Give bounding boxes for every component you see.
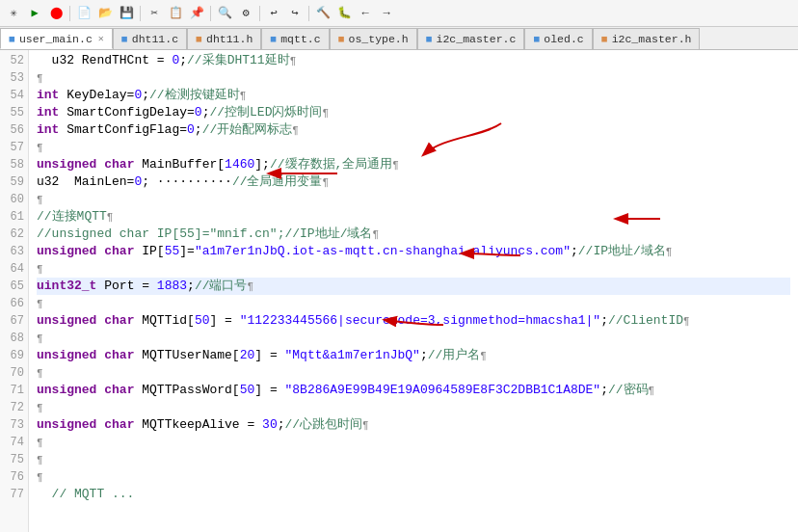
code-line-75: ¶: [37, 451, 790, 468]
code-line-56: int SmartConfigFlag=0;//开始配网标志¶: [37, 121, 790, 139]
toolbar-icon-search[interactable]: 🔍: [215, 4, 234, 23]
code-line-52: u32 RendTHCnt = 0;//采集DHT11延时¶: [37, 52, 790, 69]
tab-label: os_type.h: [349, 33, 409, 45]
toolbar-sep-3: [210, 6, 211, 21]
code-line-61: //连接MQTT¶: [37, 208, 790, 226]
toolbar-icon-copy[interactable]: 📋: [166, 4, 185, 23]
toolbar: ✳ ▶ ⬤ 📄 📂 💾 ✂ 📋 📌 🔍 ⚙ ↩ ↪ 🔨 🐛 ← →: [0, 0, 798, 27]
toolbar-icon-stop[interactable]: ⬤: [46, 4, 66, 23]
toolbar-icon-debug[interactable]: 🐛: [334, 4, 354, 23]
tab-label: i2c_master.h: [612, 33, 692, 45]
toolbar-icon-arrow-left[interactable]: ←: [356, 4, 375, 23]
tab-file-icon: ■: [338, 33, 345, 45]
code-line-70: ¶: [37, 364, 790, 382]
code-line-72: ¶: [37, 399, 790, 416]
code-line-57: ¶: [37, 139, 790, 156]
toolbar-sep-2: [140, 6, 141, 21]
code-line-63: unsigned char IP[55]="a1m7er1nJbQ.iot-as…: [37, 243, 790, 260]
toolbar-sep-5: [308, 6, 309, 21]
code-line-60: ¶: [37, 191, 790, 208]
tab-i2c-master-c[interactable]: ■ i2c_master.c: [417, 28, 525, 49]
tab-os-type-h[interactable]: ■ os_type.h: [330, 28, 417, 49]
tab-i2c-master-h[interactable]: ■ i2c_master.h: [593, 28, 701, 49]
code-line-69: unsigned char MQTTUserName[20] = "Mqtt&a…: [37, 347, 790, 364]
tab-oled-c[interactable]: ■ oled.c: [524, 28, 592, 49]
toolbar-icon-paste[interactable]: 📌: [187, 4, 206, 23]
code-line-68: ¶: [37, 330, 790, 347]
toolbar-icon-redo[interactable]: ↪: [285, 4, 305, 23]
tab-label: oled.c: [544, 33, 583, 45]
toolbar-icon-sun[interactable]: ✳: [4, 4, 23, 23]
tab-file-icon: ■: [426, 33, 433, 45]
tab-mqtt-c[interactable]: ■ mqtt.c: [261, 28, 329, 49]
toolbar-icon-build[interactable]: 🔨: [313, 4, 332, 23]
code-line-59: u32 MainLen=0; ··········//全局通用变量¶: [37, 173, 790, 191]
tab-label: dht11.h: [206, 33, 253, 45]
tab-close-icon[interactable]: ✕: [98, 33, 104, 44]
code-content[interactable]: u32 RendTHCnt = 0;//采集DHT11延时¶ ¶ int Key…: [29, 50, 798, 532]
tab-file-icon: ■: [121, 33, 128, 45]
code-line-62: //unsigned char IP[55]="mnif.cn";//IP地址/…: [37, 226, 790, 243]
code-line-77: // MQTT ...: [37, 486, 790, 503]
tab-user-main-c[interactable]: ■ user_main.c ✕: [0, 28, 113, 49]
code-line-66: ¶: [37, 295, 790, 312]
code-line-73: unsigned char MQTTkeepAlive = 30;//心跳包时间…: [37, 416, 790, 434]
toolbar-sep-4: [259, 6, 260, 21]
code-line-67: unsigned char MQTTid[50] = "112233445566…: [37, 312, 790, 330]
tab-file-icon: ■: [270, 33, 277, 45]
toolbar-icon-new[interactable]: 📄: [74, 4, 93, 23]
tab-file-icon: ■: [9, 33, 15, 45]
code-line-65: uint32_t Port = 1883;//端口号¶: [37, 278, 790, 295]
tab-label: user_main.c: [19, 33, 93, 45]
code-line-54: int KeyDelay=0;//检测按键延时¶: [37, 87, 790, 104]
code-line-71: unsigned char MQTTPassWord[50] = "8B286A…: [37, 382, 790, 399]
tab-file-icon: ■: [533, 33, 540, 45]
code-editor[interactable]: 52 53 54 55 56 57 58 59 60 61 62 63 64 6…: [0, 50, 798, 532]
toolbar-icon-save[interactable]: 💾: [117, 4, 136, 23]
code-line-76: ¶: [37, 468, 790, 486]
code-line-53: ¶: [37, 69, 790, 87]
tab-file-icon: ■: [601, 33, 608, 45]
tab-bar: ■ user_main.c ✕ ■ dht11.c ■ dht11.h ■ mq…: [0, 27, 798, 50]
line-numbers: 52 53 54 55 56 57 58 59 60 61 62 63 64 6…: [0, 50, 29, 532]
toolbar-icon-cut[interactable]: ✂: [145, 4, 164, 23]
code-line-64: ¶: [37, 260, 790, 278]
tab-file-icon: ■: [196, 33, 202, 45]
tab-dht11-h[interactable]: ■ dht11.h: [187, 28, 261, 49]
toolbar-icon-settings[interactable]: ⚙: [236, 4, 255, 23]
tab-label: dht11.c: [132, 33, 178, 45]
code-line-58: unsigned char MainBuffer[1460];//缓存数据,全局…: [37, 156, 790, 173]
toolbar-icon-undo[interactable]: ↩: [264, 4, 283, 23]
code-line-74: ¶: [37, 434, 790, 451]
tab-label: i2c_master.c: [437, 33, 517, 45]
toolbar-icon-arrow-right[interactable]: →: [377, 4, 396, 23]
tab-dht11-c[interactable]: ■ dht11.c: [113, 28, 187, 49]
toolbar-icon-run[interactable]: ▶: [25, 4, 44, 23]
code-line-55: int SmartConfigDelay=0;//控制LED闪烁时间¶: [37, 104, 790, 121]
toolbar-sep-1: [69, 6, 70, 21]
tab-label: mqtt.c: [280, 33, 320, 45]
toolbar-icon-open[interactable]: 📂: [95, 4, 115, 23]
